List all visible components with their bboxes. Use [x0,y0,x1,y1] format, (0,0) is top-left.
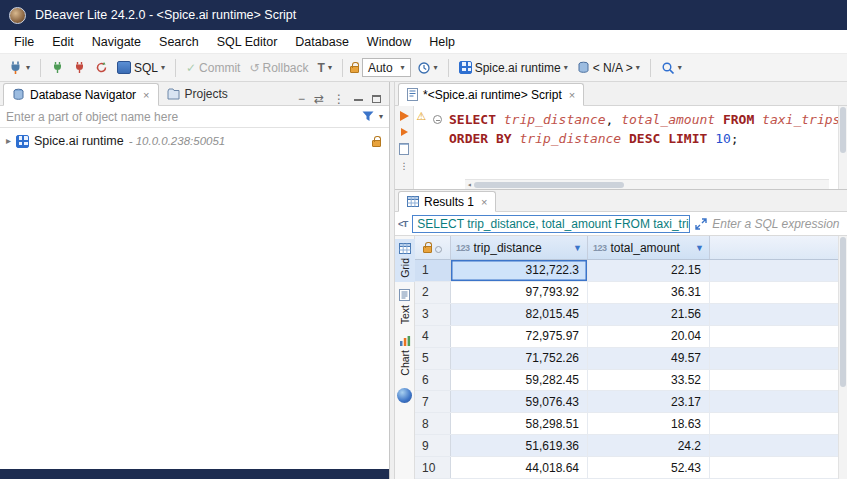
fold-icon[interactable] [433,115,442,124]
new-connection-button[interactable]: ▾ [5,58,33,77]
close-icon[interactable]: × [141,89,149,101]
tab-results-1[interactable]: Results 1 × [398,191,496,212]
row-filler [710,370,838,391]
rollback-button[interactable]: ↺ Rollback [246,59,311,77]
grid-cell[interactable]: 52.43 [588,457,710,478]
chevron-down-icon[interactable]: ▾ [379,113,383,121]
sql-line: SELECT trip_distance, total_amount FROM … [431,110,838,129]
grid-cell[interactable]: 51,619.36 [451,435,588,456]
row-number[interactable]: 1 [415,260,451,281]
minimize-icon[interactable] [354,98,363,101]
maximize-icon[interactable] [372,95,381,103]
tab-projects[interactable]: Projects [159,82,236,105]
object-filter-input[interactable]: Enter a part of object name here [6,110,357,124]
grid-cell[interactable]: 23.17 [588,391,710,412]
row-number[interactable]: 6 [415,370,451,391]
custom-filter-icon[interactable]: <T [398,218,407,229]
warning-icon[interactable]: ⚠ [417,110,427,122]
grid-cell[interactable]: 72,975.97 [451,326,588,347]
editor-menu-icon[interactable]: ⋮ [400,162,409,171]
tab-sql-script[interactable]: *<Spice.ai runtime> Script × [398,83,584,106]
execute-script-icon[interactable] [401,128,408,136]
grid-cell[interactable]: 71,752.26 [451,348,588,369]
transaction-log-button[interactable]: T ▾ [315,59,335,77]
grid-cell[interactable]: 59,076.43 [451,391,588,412]
scrollbar-thumb[interactable] [474,182,624,188]
menu-window[interactable]: Window [358,32,420,52]
expand-filter-icon[interactable] [695,218,707,230]
presentation-tab-text[interactable]: Text [395,285,415,328]
query-text-box[interactable]: SELECT trip_distance, total_amount FROM … [412,215,690,233]
link-with-editor-icon[interactable]: ⇄ [314,93,324,105]
scroll-left-icon[interactable]: ◂ [467,175,472,194]
tab-database-navigator[interactable]: Database Navigator × [3,83,159,106]
column-filter-icon[interactable]: ▼ [695,243,704,253]
active-connection-select[interactable]: Spice.ai runtime ▾ [456,59,571,77]
column-filter-icon[interactable]: ▼ [573,243,582,253]
grid-cell[interactable]: 33.52 [588,370,710,391]
sql-editor-button[interactable]: SQL ▾ [114,59,168,77]
tree-item-connection[interactable]: ▸ Spice.ai runtime - 10.0.0.238:50051 [0,131,389,151]
editor-vertical-scrollbar[interactable] [838,106,847,189]
row-number[interactable]: 3 [415,304,451,325]
results-vertical-scrollbar[interactable] [838,236,847,479]
grid-cell[interactable]: 18.63 [588,413,710,434]
grid-cell[interactable]: 22.15 [588,260,710,281]
grid-corner-cell[interactable] [415,236,451,259]
disconnect-button[interactable] [70,59,89,76]
grid-cell[interactable]: 21.56 [588,304,710,325]
view-menu-icon[interactable]: ⋮ [333,93,345,105]
grid-cell[interactable]: 24.2 [588,435,710,456]
filter-funnel-icon[interactable] [362,111,374,122]
menu-search[interactable]: Search [150,32,208,52]
commit-label: Commit [199,61,240,75]
chevron-down-icon: ▾ [328,64,332,72]
grid-cell[interactable]: 58,298.51 [451,413,588,434]
row-number[interactable]: 2 [415,282,451,303]
connect-button[interactable] [48,59,67,76]
globe-icon[interactable] [397,388,412,403]
grid-cell[interactable]: 82,015.45 [451,304,588,325]
row-number[interactable]: 8 [415,413,451,434]
close-icon[interactable]: × [567,89,575,101]
menu-database[interactable]: Database [286,32,358,52]
row-number[interactable]: 4 [415,326,451,347]
scrollbar-thumb[interactable] [840,107,846,153]
grid-cell[interactable]: 36.31 [588,282,710,303]
editor-horizontal-scrollbar[interactable]: ◂ [465,179,829,189]
grid-cell[interactable]: 312,722.3 [451,260,588,281]
menu-edit[interactable]: Edit [43,32,83,52]
commit-mode-select[interactable]: Auto ▾ [362,58,411,77]
row-number[interactable]: 9 [415,435,451,456]
grid-cell[interactable]: 20.04 [588,326,710,347]
close-icon[interactable]: × [479,196,487,208]
column-header-trip-distance[interactable]: 123 trip_distance ▼ [451,236,588,259]
grid-cell[interactable]: 59,282.45 [451,370,588,391]
row-number[interactable]: 10 [415,457,451,478]
presentation-tab-label: Chart [399,350,411,376]
presentation-tab-grid[interactable]: Grid [395,239,415,282]
sql-history-button[interactable]: ▾ [414,59,441,77]
commit-button[interactable]: ✓ Commit [183,59,243,77]
search-button[interactable]: ▾ [658,59,685,77]
execute-statement-icon[interactable] [400,111,409,121]
menu-file[interactable]: File [5,32,43,52]
column-header-total-amount[interactable]: 123 total_amount ▼ [588,236,710,259]
reconnect-button[interactable] [92,59,111,76]
row-number[interactable]: 5 [415,348,451,369]
menu-navigate[interactable]: Navigate [83,32,150,52]
row-number[interactable]: 7 [415,391,451,412]
grid-cell[interactable]: 49.57 [588,348,710,369]
grid-cell[interactable]: 44,018.64 [451,457,588,478]
sql-code-area[interactable]: SELECT trip_distance, total_amount FROM … [429,106,838,189]
menu-help[interactable]: Help [420,32,464,52]
expander-icon[interactable]: ▸ [6,136,11,146]
result-filter-input[interactable]: Enter a SQL expression to [712,217,843,231]
presentation-tab-chart[interactable]: Chart [395,331,415,380]
grid-cell[interactable]: 97,793.92 [451,282,588,303]
menu-sql-editor[interactable]: SQL Editor [208,32,287,52]
scrollbar-thumb[interactable] [840,237,846,387]
collapse-all-icon[interactable]: − [298,93,305,105]
explain-plan-icon[interactable] [399,143,409,155]
active-schema-select[interactable]: < N/A > ▾ [574,59,643,77]
